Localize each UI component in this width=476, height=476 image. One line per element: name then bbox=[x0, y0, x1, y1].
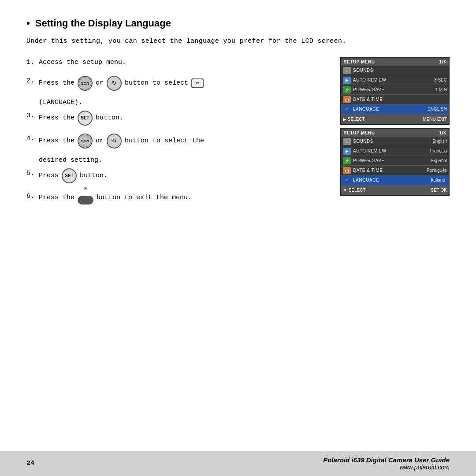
step-6-text-before: Press the bbox=[39, 193, 74, 203]
step-3: 3. Press the SET button. bbox=[26, 111, 327, 126]
language-icon-1: ∞ bbox=[343, 106, 351, 113]
step-1-text: Access the setup menu. bbox=[39, 57, 126, 68]
step-4-num: 4. bbox=[26, 134, 39, 144]
screen2-header-right: 1/3 bbox=[439, 130, 446, 135]
language-icon-2: ∞ bbox=[343, 177, 351, 184]
lcd-row-powersave-1: ⚡ POWER SAVE 1 MIN bbox=[341, 85, 449, 95]
step-1-num: 1. bbox=[26, 57, 39, 68]
powersave-value-2: Español bbox=[416, 158, 447, 163]
step-3-text: Press the bbox=[39, 113, 74, 123]
step-5-text-end: button. bbox=[80, 171, 108, 181]
powersave-value-1: 1 MIN bbox=[435, 87, 447, 92]
screen1-footer-right: MENU EXIT bbox=[423, 117, 447, 122]
autoreview-label-1: AUTO REVIEW bbox=[353, 78, 432, 82]
lcd-row-datetime-2: 📅 DATE & TIME Português bbox=[341, 166, 449, 175]
screen2-footer-right: SET OK bbox=[431, 188, 447, 193]
sounds-value-2: English bbox=[416, 139, 447, 144]
step-2-text-before: Press the bbox=[39, 78, 74, 89]
step-3-text-end: button. bbox=[96, 113, 123, 123]
page-footer: 24 Polaroid i639 Digital Camera User Gui… bbox=[0, 451, 476, 476]
lcd-row-language-2: ∞ LANGUAGE Italiano bbox=[341, 175, 449, 185]
step-4-text-before: Press the bbox=[39, 136, 74, 146]
step-3-num: 3. bbox=[26, 111, 39, 121]
steps-area: 1. Access the setup menu. 2. Press the S… bbox=[26, 57, 450, 212]
lcd-screen-2-header: SETUP MENU 1/3 bbox=[341, 129, 449, 137]
sounds-icon-1: ♪ bbox=[343, 67, 351, 74]
lcd-screen-2: SETUP MENU 1/3 ♪ SOUNDS English ▶ AUTO R… bbox=[340, 128, 450, 196]
autoreview-icon-1: ▶ bbox=[343, 77, 351, 84]
screen2-header-left: SETUP MENU bbox=[344, 130, 375, 135]
footer-brand-line1: Polaroid i639 Digital Camera User Guide bbox=[323, 456, 450, 464]
screen1-header-left: SETUP MENU bbox=[344, 60, 375, 64]
step-5: 5. Press SET button. bbox=[26, 168, 327, 183]
lcd-row-powersave-2: ⚡ POWER SAVE Español bbox=[341, 156, 449, 166]
language-value-2: Italiano bbox=[416, 177, 447, 183]
step-2-or: or bbox=[96, 78, 104, 89]
screen1-header-right: 1/3 bbox=[439, 60, 446, 64]
step-4: 4. Press the SCN or ↻ button to select t… bbox=[26, 134, 327, 149]
lcd-screen-1: SETUP MENU 1/3 ♪ SOUNDS ▶ AUTO REVIEW 3 … bbox=[340, 57, 450, 125]
datetime-value-2: Português bbox=[416, 168, 447, 173]
lcd-row-autoreview-2: ▶ AUTO REVIEW Français bbox=[341, 146, 449, 156]
powersave-icon-1: ⚡ bbox=[343, 86, 351, 93]
step-5-num: 5. bbox=[26, 168, 39, 179]
autoreview-icon-2: ▶ bbox=[343, 148, 351, 155]
screen2-footer-left: ▼ SELECT bbox=[343, 188, 366, 193]
lcd-row-autoreview-1: ▶ AUTO REVIEW 3 SEC bbox=[341, 75, 449, 85]
lcd-footer-1: ▶ SELECT MENU EXIT bbox=[341, 114, 449, 124]
bullet-icon: • bbox=[26, 18, 30, 29]
screens-area: SETUP MENU 1/3 ♪ SOUNDS ▶ AUTO REVIEW 3 … bbox=[340, 57, 450, 196]
powersave-icon-2: ⚡ bbox=[343, 157, 351, 164]
footer-brand: Polaroid i639 Digital Camera User Guide … bbox=[323, 456, 450, 471]
powersave-label-2: POWER SAVE bbox=[353, 158, 416, 163]
set-button-icon-2: SET bbox=[62, 168, 77, 183]
autoreview-value-1: 3 SEC bbox=[434, 78, 447, 82]
datetime-label-2: DATE & TIME bbox=[353, 168, 416, 173]
step-6: 6. Press the M button to exit the menu. bbox=[26, 191, 327, 205]
scn-button-icon-2: SCN bbox=[78, 134, 93, 149]
sounds-label-1: SOUNDS bbox=[353, 68, 445, 73]
footer-page-number: 24 bbox=[26, 460, 34, 467]
screen1-footer-left: ▶ SELECT bbox=[343, 117, 365, 122]
intro-text: Under this setting, you can select the l… bbox=[26, 36, 450, 47]
datetime-icon-2: 📅 bbox=[343, 167, 351, 174]
lcd-row-sounds-2: ♪ SOUNDS English bbox=[341, 137, 449, 146]
step-4-content: Press the SCN or ↻ button to select the bbox=[39, 134, 204, 149]
powersave-label-1: POWER SAVE bbox=[353, 87, 433, 92]
step-1: 1. Access the setup menu. bbox=[26, 57, 327, 68]
set-button-icon: SET bbox=[78, 111, 93, 126]
step-5-content: Press SET button. bbox=[39, 168, 108, 183]
footer-brand-line2: www.polaroid.com bbox=[323, 464, 450, 471]
autoreview-label-2: AUTO REVIEW bbox=[353, 149, 416, 153]
step-5-text: Press bbox=[39, 171, 59, 181]
lcd-row-sounds-1: ♪ SOUNDS bbox=[341, 66, 449, 75]
s-button-icon-2: ↻ bbox=[107, 134, 122, 149]
scn-button-icon: SCN bbox=[78, 76, 93, 91]
language-value-1: ENGLISH bbox=[428, 107, 447, 112]
datetime-icon-1: 📅 bbox=[343, 96, 351, 103]
step-6-num: 6. bbox=[26, 191, 39, 202]
lcd-footer-2: ▼ SELECT SET OK bbox=[341, 185, 449, 195]
language-label-2: LANGUAGE bbox=[353, 178, 416, 182]
language-icon: ∞ bbox=[191, 78, 204, 88]
step-2-text-after: button to select bbox=[125, 78, 188, 89]
step-4-line2: desired setting. bbox=[39, 156, 327, 164]
sounds-icon-2: ♪ bbox=[343, 138, 351, 145]
steps-left: 1. Access the setup menu. 2. Press the S… bbox=[26, 57, 327, 212]
autoreview-value-2: Français bbox=[416, 149, 447, 153]
language-label-1: LANGUAGE bbox=[353, 107, 426, 112]
datetime-label-1: DATE & TIME bbox=[353, 97, 445, 102]
lcd-screen-1-header: SETUP MENU 1/3 bbox=[341, 58, 449, 66]
step-2-content: Press the SCN or ↻ button to select ∞ bbox=[39, 76, 205, 91]
m-button-icon: M bbox=[78, 191, 93, 205]
lcd-row-datetime-1: 📅 DATE & TIME bbox=[341, 95, 449, 104]
step-2-line2: (LANGUAGE). bbox=[39, 99, 327, 106]
step-4-text-after: button to select the bbox=[125, 136, 204, 146]
section-title: • Setting the Display Language bbox=[26, 18, 450, 29]
step-6-text-after: button to exit the menu. bbox=[97, 193, 192, 203]
step-2: 2. Press the SCN or ↻ button to select ∞ bbox=[26, 76, 327, 91]
s-button-icon: ↻ bbox=[107, 76, 122, 91]
step-4-or: or bbox=[96, 136, 104, 146]
step-2-num: 2. bbox=[26, 76, 39, 86]
step-6-content: Press the M button to exit the menu. bbox=[39, 191, 192, 205]
